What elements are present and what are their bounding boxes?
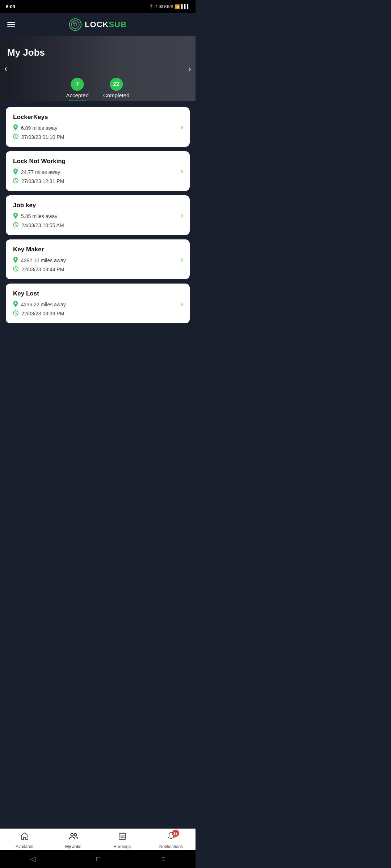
- accepted-label: Accepted: [66, 92, 89, 98]
- job-title: Key Lost: [13, 290, 182, 297]
- job-title: LockerKeys: [13, 114, 182, 121]
- completed-badge: 22: [110, 78, 123, 91]
- hero-tabs: 7 Accepted 22 Completed: [66, 78, 129, 101]
- job-time-row: 27/03/23 12:31 PM: [13, 178, 182, 184]
- clock-icon: [13, 222, 18, 229]
- job-card-2[interactable]: Lock Not Working 24.77 miles away: [6, 151, 190, 191]
- job-meta: 4282.12 miles away 22/03/23 03:44 PM: [13, 257, 182, 273]
- job-time-row: 27/03/23 01:10 PM: [13, 134, 182, 140]
- tab-completed[interactable]: 22 Completed: [103, 78, 130, 101]
- job-time-row: 24/03/23 10:55 AM: [13, 222, 182, 229]
- app-header: LOCKSUB: [0, 13, 196, 36]
- job-title: Key Maker: [13, 246, 182, 253]
- job-meta: 5.85 miles away 24/03/23 10:55 AM: [13, 213, 182, 229]
- job-card-1[interactable]: LockerKeys 6.89 miles away: [6, 107, 190, 147]
- job-distance: 5.85 miles away: [21, 213, 57, 219]
- chevron-right-icon: ›: [181, 167, 183, 175]
- svg-line-14: [16, 225, 17, 226]
- location-icon: 📍: [149, 4, 154, 9]
- clock-icon: [13, 178, 18, 184]
- job-datetime: 22/03/23 03:44 PM: [21, 267, 64, 272]
- job-time-row: 22/03/23 03:39 PM: [13, 310, 182, 317]
- job-meta: 4236.22 miles away 22/03/23 03:39 PM: [13, 301, 182, 317]
- job-datetime: 27/03/23 01:10 PM: [21, 134, 64, 140]
- svg-line-10: [16, 181, 17, 182]
- svg-point-19: [15, 302, 17, 304]
- svg-point-15: [15, 258, 17, 260]
- job-card-4[interactable]: Key Maker 4282.12 miles away: [6, 239, 190, 279]
- completed-label: Completed: [103, 92, 130, 98]
- hero-next-button[interactable]: ›: [185, 61, 194, 77]
- job-distance: 24.77 miles away: [21, 169, 60, 175]
- chevron-right-icon: ›: [181, 299, 183, 308]
- job-distance-row: 6.89 miles away: [13, 124, 182, 132]
- svg-point-2: [74, 23, 77, 26]
- job-distance: 4236.22 miles away: [21, 302, 66, 307]
- speed-indicator: 4.00 KB/S: [155, 4, 173, 9]
- job-list: LockerKeys 6.89 miles away: [0, 101, 196, 352]
- job-distance: 4282.12 miles away: [21, 258, 66, 263]
- job-distance-row: 4236.22 miles away: [13, 301, 182, 308]
- location-pin-icon: [13, 124, 18, 132]
- job-datetime: 27/03/23 12:31 PM: [21, 178, 64, 184]
- status-bar: 6:09 📍 4.00 KB/S 📶 ▌▌▌: [0, 0, 196, 13]
- svg-line-6: [16, 137, 17, 137]
- svg-point-7: [15, 170, 17, 172]
- job-distance-row: 5.85 miles away: [13, 213, 182, 220]
- location-pin-icon: [13, 257, 18, 264]
- status-icons: 📍 4.00 KB/S 📶 ▌▌▌: [149, 4, 190, 9]
- chevron-right-icon: ›: [181, 211, 183, 220]
- hero-prev-button[interactable]: ‹: [1, 61, 10, 77]
- accepted-badge: 7: [71, 78, 84, 91]
- job-datetime: 22/03/23 03:39 PM: [21, 311, 64, 316]
- hero-banner: My Jobs ‹ › 7 Accepted 22 Completed: [0, 36, 196, 101]
- chevron-right-icon: ›: [181, 123, 183, 131]
- clock-icon: [13, 134, 18, 140]
- location-pin-icon: [13, 301, 18, 308]
- svg-point-11: [15, 214, 17, 216]
- wifi-icon: 📶: [175, 4, 180, 9]
- job-title: Lock Not Working: [13, 158, 182, 165]
- job-datetime: 24/03/23 10:55 AM: [21, 222, 64, 228]
- logo-icon: [69, 18, 82, 31]
- signal-icon: ▌▌▌: [181, 4, 190, 9]
- job-meta: 24.77 miles away 27/03/23 12:31 PM: [13, 169, 182, 184]
- job-distance-row: 4282.12 miles away: [13, 257, 182, 264]
- job-meta: 6.89 miles away 27/03/23 01:10 PM: [13, 124, 182, 140]
- chevron-right-icon: ›: [181, 255, 183, 264]
- job-distance: 6.89 miles away: [21, 125, 57, 131]
- job-distance-row: 24.77 miles away: [13, 169, 182, 176]
- status-time: 6:09: [6, 4, 15, 9]
- location-pin-icon: [13, 169, 18, 176]
- clock-icon: [13, 310, 18, 317]
- clock-icon: [13, 266, 18, 273]
- svg-line-22: [16, 313, 17, 314]
- hero-title: My Jobs: [7, 47, 45, 58]
- app-logo: LOCKSUB: [69, 18, 127, 31]
- svg-point-3: [15, 126, 17, 128]
- job-card-5[interactable]: Key Lost 4236.22 miles away: [6, 284, 190, 323]
- job-title: Job key: [13, 202, 182, 209]
- location-pin-icon: [13, 213, 18, 220]
- tab-accepted[interactable]: 7 Accepted: [66, 78, 89, 101]
- hamburger-menu[interactable]: [7, 22, 15, 27]
- job-time-row: 22/03/23 03:44 PM: [13, 266, 182, 273]
- logo-text: LOCKSUB: [85, 20, 127, 29]
- svg-line-18: [16, 269, 17, 270]
- job-card-3[interactable]: Job key 5.85 miles away: [6, 195, 190, 235]
